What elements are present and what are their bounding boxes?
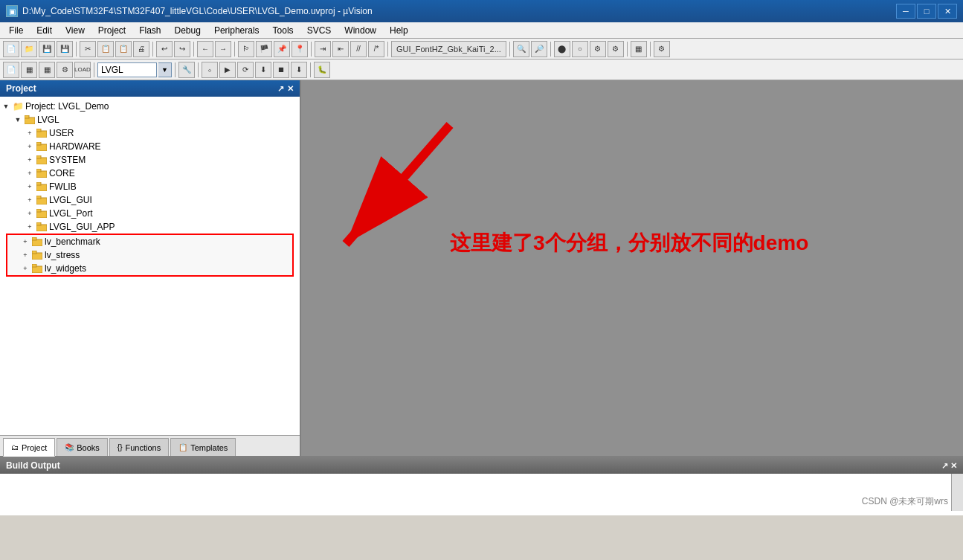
bookmark4-btn[interactable]: 📍	[292, 41, 308, 57]
stop-btn[interactable]: ⏹	[273, 62, 289, 78]
expand-lvgl-gui[interactable]: +	[24, 194, 36, 206]
bookmark2-btn[interactable]: 🏴	[256, 41, 272, 57]
menu-edit[interactable]: Edit	[30, 24, 58, 37]
menu-svcs[interactable]: SVCS	[301, 24, 338, 37]
save-all-btn[interactable]: 💾	[57, 41, 73, 57]
debug4-btn[interactable]: ⚙	[608, 41, 624, 57]
menu-tools[interactable]: Tools	[267, 24, 300, 37]
find-in-files-btn[interactable]: 🔎	[531, 41, 547, 57]
expand-lvgl-gui-app[interactable]: +	[24, 221, 36, 233]
tree-system[interactable]: + SYSTEM	[0, 153, 300, 167]
expand-lv-widgets[interactable]: +	[19, 263, 31, 274]
tree-lv-stress[interactable]: + lv_stress	[7, 248, 292, 262]
nav-fwd-btn[interactable]: →	[215, 41, 231, 57]
build-output-pin-btn[interactable]: ↗	[941, 461, 948, 470]
open-file-btn[interactable]: 📁	[21, 41, 37, 57]
tab-templates[interactable]: 📋 Templates	[170, 438, 236, 456]
menu-debug[interactable]: Debug	[169, 24, 207, 37]
expand-root[interactable]: ▼	[0, 100, 12, 112]
menu-peripherals[interactable]: Peripherals	[208, 24, 265, 37]
undo-btn[interactable]: ↩	[156, 41, 173, 57]
expand-lv-stress[interactable]: +	[19, 249, 31, 261]
build-wizard-btn[interactable]: 🔧	[178, 62, 195, 78]
redo-btn[interactable]: ↪	[174, 41, 190, 57]
tree-fwlib[interactable]: + FWLIB	[0, 180, 300, 193]
settings-btn[interactable]: ⚙	[654, 41, 670, 57]
panel-close-btn[interactable]: ✕	[287, 84, 294, 94]
bookmark1-btn[interactable]: 🏳	[238, 41, 254, 57]
expand-lv-benchmark[interactable]: +	[19, 236, 31, 248]
tree-lvgl-gui-app[interactable]: + LVGL_GUI_APP	[0, 220, 300, 234]
menu-file[interactable]: File	[3, 24, 29, 37]
tab-project[interactable]: 🗂 Project	[3, 438, 55, 457]
debug-start-btn[interactable]: 🐛	[314, 62, 330, 78]
debug3-btn[interactable]: ⚙	[590, 41, 606, 57]
expand-system[interactable]: +	[24, 154, 36, 166]
settings2-btn[interactable]: ⚙	[57, 62, 73, 78]
panel-pin-btn[interactable]: ↗	[277, 84, 284, 94]
menu-project[interactable]: Project	[92, 24, 132, 37]
panel-controls[interactable]: ↗ ✕	[277, 84, 294, 94]
print-btn[interactable]: 🖨	[133, 41, 149, 57]
download2-btn[interactable]: ⬇	[291, 62, 307, 78]
tree-core[interactable]: + CORE	[0, 167, 300, 180]
new-file-btn[interactable]: 📄	[3, 41, 19, 57]
nav-back-btn[interactable]: ←	[197, 41, 213, 57]
maximize-button[interactable]: □	[917, 4, 936, 19]
rebuild-btn[interactable]: ⟳	[237, 62, 254, 78]
copy-btn[interactable]: 📋	[97, 41, 114, 57]
grid2-btn[interactable]: ▦	[39, 62, 55, 78]
toolbar1: 📄 📁 💾 💾 ✂ 📋 📋 🖨 ↩ ↪ ← → 🏳 🏴 📌 📍 ⇥ ⇤ // /…	[0, 39, 963, 59]
debug1-btn[interactable]: ⬤	[554, 41, 570, 57]
fwlib-folder-icon	[36, 181, 48, 193]
tab-books[interactable]: 📚 Books	[57, 438, 108, 456]
grid-btn[interactable]: ▦	[21, 62, 37, 78]
tree-lvgl[interactable]: ▼ LVGL	[0, 113, 300, 126]
paste-btn[interactable]: 📋	[115, 41, 132, 57]
debug2-btn[interactable]: ○	[572, 41, 588, 57]
menu-flash[interactable]: Flash	[133, 24, 167, 37]
save-btn[interactable]: 💾	[39, 41, 55, 57]
build-btn[interactable]: ▶	[219, 62, 236, 78]
tree-hardware[interactable]: + HARDWARE	[0, 140, 300, 153]
close-button[interactable]: ✕	[938, 4, 957, 19]
expand-core[interactable]: +	[24, 167, 36, 179]
tree-lvgl-port[interactable]: + LVGL_Port	[0, 207, 300, 220]
expand-lvgl-port[interactable]: +	[24, 207, 36, 219]
tree-lv-widgets[interactable]: + lv_widgets	[7, 262, 292, 275]
core-folder-icon	[36, 167, 48, 179]
build-output-controls[interactable]: ↗ ✕	[941, 460, 957, 471]
uncomment-btn[interactable]: /*	[368, 41, 384, 57]
build-output-scrollbar[interactable]	[951, 474, 963, 511]
tree-user[interactable]: + USER	[0, 126, 300, 140]
title-controls[interactable]: ─ □ ✕	[896, 4, 957, 19]
find-btn[interactable]: 🔍	[513, 41, 529, 57]
sep8	[550, 42, 551, 57]
target-input[interactable]	[97, 62, 157, 77]
view-btn[interactable]: ▦	[631, 41, 647, 57]
tree-lv-benchmark[interactable]: + lv_benchmark	[7, 235, 292, 248]
load-btn[interactable]: LOAD	[74, 62, 91, 78]
menu-help[interactable]: Help	[384, 24, 414, 37]
indent-btn[interactable]: ⇥	[315, 41, 331, 57]
tree-root[interactable]: ▼ 📁 Project: LVGL_Demo	[0, 100, 300, 113]
build-output-close-btn[interactable]: ✕	[950, 461, 957, 470]
tab-functions[interactable]: {} Functions	[109, 438, 169, 456]
cut-btn[interactable]: ✂	[80, 41, 96, 57]
expand-user[interactable]: +	[24, 127, 36, 139]
comment-btn[interactable]: //	[350, 41, 367, 57]
translate-btn[interactable]: ⬦	[202, 62, 218, 78]
menu-view[interactable]: View	[59, 24, 91, 37]
file-selector-btn[interactable]: GUI_FontHZ_Gbk_KaiTi_2...	[391, 41, 506, 57]
expand-hardware[interactable]: +	[24, 141, 36, 152]
expand-lvgl[interactable]: ▼	[12, 114, 24, 126]
bookmark3-btn[interactable]: 📌	[274, 41, 290, 57]
outdent-btn[interactable]: ⇤	[332, 41, 349, 57]
target-dropdown[interactable]: ▼	[158, 62, 172, 77]
minimize-button[interactable]: ─	[896, 4, 915, 19]
download-btn[interactable]: ⬇	[255, 62, 271, 78]
tree-lvgl-gui[interactable]: + LVGL_GUI	[0, 193, 300, 207]
menu-window[interactable]: Window	[338, 24, 382, 37]
new2-btn[interactable]: 📄	[3, 62, 19, 78]
expand-fwlib[interactable]: +	[24, 181, 36, 193]
